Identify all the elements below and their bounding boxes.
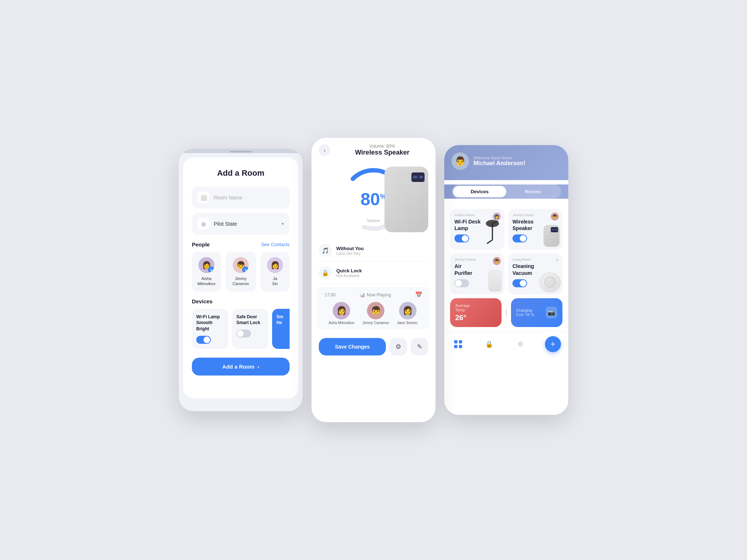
device-wifi-lamp: Wi-Fi LampSmooth Bright (192, 309, 228, 349)
svg-rect-6 (454, 340, 457, 343)
people-list: 👩 + AishaMitrovikov 👦 + Jimmy Cameron 👩 (192, 252, 290, 292)
phone-dashboard: 👨 Welcome Back Home Michael Anderson! De… (444, 145, 568, 415)
room-name-input[interactable]: ⬜ Room Name (192, 187, 290, 209)
dashboard-body: Aisha's Room 👩 Wi-Fi DeskLamp (444, 199, 568, 331)
temp-stat: AverageTemp 26° (450, 298, 502, 327)
info-quick-lock: 🔒 Quick Lock Not Available (319, 262, 428, 284)
vacuum-toggle[interactable] (512, 279, 527, 287)
settings-button[interactable]: ⚙ (390, 338, 407, 355)
svg-rect-9 (459, 345, 462, 348)
pilot-state-select[interactable]: ◎ Pilot State ▾ (192, 213, 290, 235)
charging-stat: ChargingCctv 78 % 📷 (511, 298, 562, 327)
quick-lock-status: Not Available (336, 273, 428, 278)
device-safe-door: Safe DoorSmart Lock (232, 309, 268, 349)
speaker-bottom-actions: Save Changes ⚙ ✎ (311, 332, 436, 361)
lock-toggle[interactable] (236, 330, 251, 338)
add-icon-living[interactable]: + (556, 257, 559, 263)
phone-notch-1 (179, 149, 303, 153)
volume-label: Volume: 80% (336, 144, 428, 149)
device-name-lamp: Wi-Fi LampSmooth Bright (196, 314, 224, 332)
add-room-content: Add a Room ⬜ Room Name ◎ Pilot State ▾ P… (183, 158, 298, 398)
bottom-nav: 🔒 ⚙ + (444, 331, 568, 357)
np-avatar-jimmy: 👦 (367, 302, 384, 319)
add-nav-button[interactable]: + (545, 336, 561, 352)
purifier-toggle[interactable] (454, 279, 469, 287)
equalizer-icon: 📊 (360, 292, 365, 298)
dashboard-header: 👨 Welcome Back Home Michael Anderson! (444, 145, 568, 180)
main-tabs: Devices Rooms (452, 184, 561, 199)
device-grid: Aisha's Room 👩 Wi-Fi DeskLamp (450, 209, 562, 295)
person-aisha: 👩 + AishaMitrovikov (192, 252, 221, 292)
phone-speaker: ‹ Volume: 80% Wireless Speaker 80% (311, 138, 436, 422)
svg-line-3 (487, 240, 492, 244)
see-contacts-link[interactable]: See Contacts (261, 242, 290, 247)
page-title: Add a Room (192, 168, 290, 178)
devices-section-header: Devices (192, 298, 290, 304)
speaker-dash-toggle[interactable] (512, 234, 527, 242)
tile-avatar-aisha: 👩 (493, 213, 501, 221)
add-room-label: Add a Room (222, 363, 254, 370)
pilot-state-value: Pilot State (214, 221, 237, 227)
temp-label: AverageTemp (455, 303, 496, 312)
tab-devices[interactable]: Devices (453, 186, 506, 197)
quick-lock-info: Quick Lock Not Available (336, 268, 428, 278)
lamp-toggle[interactable] (196, 336, 211, 344)
tab-rooms[interactable]: Rooms (506, 186, 560, 197)
welcome-text: Welcome Back Home (473, 156, 526, 160)
scene: Add a Room ⬜ Room Name ◎ Pilot State ▾ P… (164, 123, 583, 437)
svg-rect-7 (459, 340, 462, 343)
grid-nav-icon[interactable] (452, 338, 465, 351)
charging-label: ChargingCctv 78 % (516, 308, 534, 317)
music-icon: 🎵 (319, 244, 332, 257)
cctv-icon: 📷 (546, 307, 557, 318)
now-playing-people: 👩 Asha Mitrovikov 👦 Jimmy Cameron 👩 Jane… (325, 302, 422, 325)
np-name-aisha: Asha Mitrovikov (329, 321, 355, 325)
gear-nav-icon[interactable]: ⚙ (514, 338, 527, 351)
tile-air-purifier: Jimmy's Room 👦 AirPurifier (450, 253, 504, 294)
phone-add-room: Add a Room ⬜ Room Name ◎ Pilot State ▾ P… (179, 149, 303, 411)
tile-avatar-jimmy-speaker: 👦 (551, 213, 559, 221)
tile-wireless-speaker: Jimmy's Room 👦 WirelessSpeaker 08:30 (508, 209, 562, 250)
add-person-badge-jimmy[interactable]: + (242, 267, 249, 273)
room-icon: ⬜ (198, 192, 209, 203)
speaker-display: 08:30 (411, 172, 425, 182)
edit-button[interactable]: ✎ (411, 338, 428, 355)
np-avatar-jane: 👩 (399, 302, 417, 319)
lock-icon: 🔒 (319, 266, 332, 279)
quick-lock-title: Quick Lock (336, 268, 428, 273)
lamp-dash-toggle[interactable] (454, 234, 469, 242)
calendar-icon: 📅 (415, 291, 422, 298)
device-sm: SmHe (272, 309, 290, 349)
add-person-badge[interactable]: + (208, 267, 214, 273)
np-person-aisha: 👩 Asha Mitrovikov (329, 302, 355, 325)
save-changes-button[interactable]: Save Changes (319, 338, 386, 355)
device-name-lock: Safe DoorSmart Lock (236, 314, 264, 326)
person-jimmy: 👦 + Jimmy Cameron (225, 252, 256, 292)
device-title-block: Volume: 80% Wireless Speaker (336, 144, 428, 156)
artist-name: Lana Del Rey (336, 251, 428, 256)
devices-section-title: Devices (192, 298, 213, 304)
purifier-image (488, 270, 502, 292)
now-playing-header: 17:00 📊 Now Playing 📅 (325, 291, 422, 298)
np-name-jane: Jane Simmo. (397, 321, 418, 325)
person-name-jimmy: Jimmy Cameron (229, 276, 252, 287)
now-playing-label: 📊 Now Playing (360, 292, 391, 298)
tile-room-living: Living Room (512, 258, 558, 261)
current-time: 17:00 (325, 292, 336, 298)
person-name-aisha: AishaMitrovikov (197, 276, 216, 287)
np-person-jane: 👩 Jane Simmo. (397, 302, 418, 325)
lamp-image (483, 220, 502, 247)
avatar-jane: 👩 (267, 257, 283, 273)
lock-nav-icon[interactable]: 🔒 (483, 338, 496, 351)
people-section-title: People (192, 241, 210, 248)
add-room-button[interactable]: Add a Room › (192, 358, 290, 376)
volume-value: 80% (360, 191, 386, 208)
avatar-aisha: 👩 + (198, 257, 214, 273)
back-button[interactable]: ‹ (319, 144, 330, 156)
user-avatar: 👨 (452, 152, 469, 170)
svg-rect-8 (454, 345, 457, 348)
stats-divider: | (505, 298, 507, 327)
person-jane: 👩 JaSin (260, 252, 290, 292)
volume-sublabel: Volume (367, 218, 380, 223)
vacuum-image (539, 272, 561, 292)
